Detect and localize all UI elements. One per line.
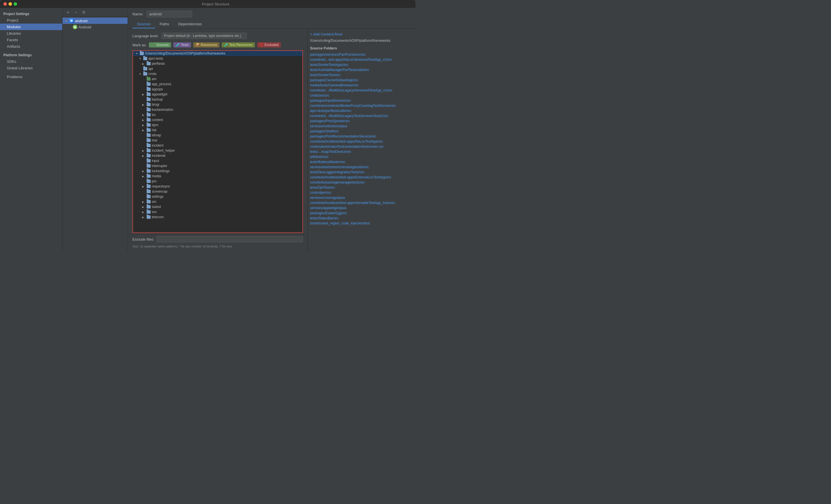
sf-item-15[interactable]: packages/Shell/src ✏ [310,129,413,134]
appwidget-label: appwidget [152,92,167,96]
sf-item-12[interactable]: core/tests/.../MultiDexLegacyTestService… [310,113,413,118]
file-tree-incident-helper[interactable]: ▶ incident_helper [133,148,303,153]
sf-item-28[interactable]: services/coverage/java ✏ [310,195,413,200]
file-tree-svc[interactable]: ▶ svc [133,209,303,214]
file-tree-cmds[interactable]: ▼ cmds [133,71,303,77]
sf-item-22[interactable]: services/tests/shortcutmanagerutils/src … [310,165,413,170]
close-button[interactable] [3,2,7,6]
file-tree-incidentd[interactable]: ▶ incidentd [133,153,303,158]
sf-item-16[interactable]: packages/PrintRecommendationService/src … [310,134,413,139]
file-tree-locksettings[interactable]: ▶ locksettings [133,169,303,174]
sf-item-17[interactable]: core/tests/hosttests/test-apps/NoLocTest… [310,139,413,144]
mark-excluded-badge[interactable]: 🚫 Excluded [257,42,281,48]
file-tree-idmap[interactable]: ▶ idmap [133,133,303,138]
file-tree-backup[interactable]: ▶ backup [133,97,303,102]
file-tree-api[interactable]: ▶ api [133,66,303,71]
content-folder-icon [147,118,151,122]
exclude-input[interactable] [156,236,303,242]
file-tree-bmgr[interactable]: ▶ bmgr [133,102,303,107]
mark-tests-badge[interactable]: 🧪 Tests [173,42,191,48]
copy-module-button[interactable]: ⎘ [81,9,87,16]
mark-resources-badge[interactable]: 📦 Resources [193,42,220,48]
sf-item-21[interactable]: tests/BatteryWaster/src ✏ [310,159,413,165]
file-tree-dpm[interactable]: ▶ dpm [133,122,303,127]
sf-item-2[interactable]: tests/SmokeTestApps/src ✏ [310,62,413,67]
sf-item-11[interactable]: apct-tests/perftests/utils/src ✏ [310,108,413,113]
sf-item-9[interactable]: packages/InputDevices/src ✏ [310,98,413,103]
file-tree-appops[interactable]: ▶ appops [133,87,303,92]
file-tree-hid[interactable]: ▶ hid [133,127,303,133]
file-tree-perftests[interactable]: ▶ perftests [133,61,303,66]
file-tree-content[interactable]: ▶ content [133,117,303,122]
add-content-root-button[interactable]: + Add Content Root [310,31,413,37]
sf-item-0[interactable]: packages/services/PacProcessor/src ✏ [310,52,413,57]
sf-item-23[interactable]: tests/DexLoggerIntegrationTests/src ✏ [310,170,413,175]
sf-item-18[interactable]: cmds/uiautomator/Instrumentation/testrun… [310,144,413,149]
sf-item-1[interactable]: core/tests/...test-apps/NoLocVersionedTe… [310,57,413,62]
sf-item-26[interactable]: tests/DpiTest/src ✏ [310,185,413,190]
sf-item-33[interactable]: tools/locked_region_code_injection/test … [310,221,413,226]
sf-item-31[interactable]: packages/EasterEgg/src ✏ [310,210,413,216]
file-tree-media[interactable]: ▶ media [133,174,303,179]
file-tree-apct-tests[interactable]: ▼ apct-tests [133,56,303,61]
sf-item-20[interactable]: wifi/tests/src ✏ [310,154,413,159]
file-tree-am[interactable]: ▶ am [133,77,303,82]
sf-item-24[interactable]: core/tests/hosttests/test-apps/ExternalL… [310,175,413,180]
sidebar-item-global-libraries[interactable]: Global Libraries [0,65,62,71]
sidebar-item-facets[interactable]: Facets [0,37,62,43]
tab-paths[interactable]: Paths [155,20,174,28]
file-tree-incident[interactable]: ▶ incident [133,143,303,148]
file-tree-interrupter[interactable]: ▶ interrupter [133,164,303,169]
sf-item-30[interactable]: services/appwidget/java ✏ [310,205,413,210]
file-tree-telecom[interactable]: ▶ telecom [133,214,303,219]
file-tree-pm[interactable]: ▶ pm [133,179,303,184]
file-tree-requestsync[interactable]: ▶ requestsync [133,184,303,189]
sf-item-10[interactable]: core/tests/coretests/BinderProxyCounting… [310,103,413,108]
mark-test-resources-badge[interactable]: 🧪 Test Resources [222,42,255,48]
sidebar-item-project[interactable]: Project [0,17,62,24]
file-tree-screencap[interactable]: ▶ screencap [133,189,303,194]
sf-item-4[interactable]: tests/SmokeTest/src ✏ [310,72,413,78]
module-tree-item-android[interactable]: ▼ android [62,18,127,24]
file-tree-ime[interactable]: ▶ ime [133,138,303,143]
name-input[interactable] [147,11,192,17]
sidebar-item-sdks[interactable]: SDKs [0,58,62,65]
tab-sources[interactable]: Sources [133,20,155,28]
file-tree-appwidget[interactable]: ▶ appwidget [133,92,303,97]
sf-item-5[interactable]: packages/CarrierDefaultApp/src ✏ [310,78,413,83]
file-tree-app-process[interactable]: ▶ app_process [133,82,303,87]
sidebar-item-libraries[interactable]: Libraries [0,30,62,37]
sidebar-item-artifacts[interactable]: Artifacts [0,43,62,50]
module-tree-item-android-child[interactable]: ▶ Android [62,24,127,30]
sf-item-29[interactable]: core/tests/hosttests/test-apps/Versatile… [310,200,413,205]
sf-item-7[interactable]: core/tests/.../MultiDexLegacyVersionedTe… [310,88,413,93]
add-module-button[interactable]: + [65,9,71,16]
sidebar-item-problems[interactable]: Problems [0,73,62,80]
file-tree-statsd[interactable]: ▶ statsd [133,204,303,209]
file-tree-bu[interactable]: ▶ bu [133,112,303,117]
file-tree-bootanimation[interactable]: ▶ bootanimation [133,107,303,112]
sf-item-6[interactable]: media/tests/CameraBrowser/src ✏ [310,83,413,88]
file-tree-root[interactable]: ▼ /Users/cnting/Documents/AOSP/platform/… [133,51,303,56]
sf-item-14[interactable]: services/restrictions/java ✏ [310,124,413,129]
tab-dependencies[interactable]: Dependencies [174,20,206,28]
sf-item-19[interactable]: tests/...AoapTestDevice/src ✏ [310,149,413,154]
sf-item-13[interactable]: packages/PrintSpooler/src ✏ [310,118,413,124]
sf-item-3[interactable]: tests/ActivityManagerPerfTests/utils/src… [310,67,413,72]
mark-sources-badge[interactable]: Sources [149,42,171,48]
module-tree-content: ▼ android ▶ Android [62,17,127,252]
sf-item-8[interactable]: cmds/am/src ✏ [310,93,413,98]
sidebar-item-modules[interactable]: Modules [0,24,62,30]
language-level-select[interactable]: Project default (8 - Lambdas, type annot… [162,33,247,39]
sf-item-32[interactable]: tests/StatusBar/src ✏ [310,216,413,221]
ime-label: ime [152,138,157,142]
sf-item-27[interactable]: cmds/dpm/src ✏ [310,190,413,195]
remove-module-button[interactable]: − [73,9,79,16]
sf-item-25[interactable]: core/tests/packagemanagertests/src ✏ [310,180,413,185]
sf-path-26: tests/DpiTest/src [310,185,335,189]
file-tree-settings[interactable]: ▶ settings [133,194,303,199]
file-tree-sm[interactable]: ▶ sm [133,199,303,204]
file-tree-input[interactable]: ▶ input [133,158,303,164]
minimize-button[interactable] [8,2,12,6]
maximize-button[interactable] [13,2,17,6]
